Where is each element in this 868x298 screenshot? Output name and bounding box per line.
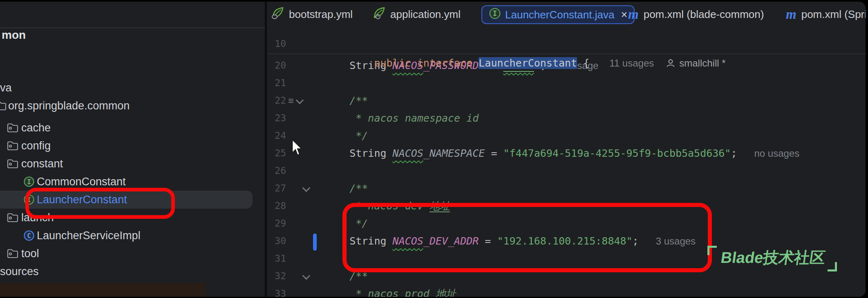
folder-icon (7, 123, 18, 133)
watermark: Blade技术社区 (707, 244, 837, 271)
mouse-cursor (291, 140, 304, 158)
tree-item-package[interactable]: org.springblade.common (0, 97, 265, 115)
annotation-red-box-tree (25, 188, 175, 219)
interface-name-highlight: LauncherConstant (479, 57, 577, 69)
code-line-26[interactable]: 26 (267, 162, 866, 180)
code-author-hint[interactable]: smallchill * (679, 58, 725, 69)
code-line-24[interactable]: 24 */ (267, 127, 866, 145)
tab-label: pom.xml (Spri (801, 8, 866, 21)
tree-item-resources-partial[interactable]: sources (0, 262, 265, 280)
code-line-25[interactable]: 25 String NACOS_NAMESPACE = "f447a694-51… (267, 145, 866, 162)
sticky-line-declaration[interactable]: 10 public interface LauncherConstant { 1… (267, 34, 866, 54)
panel-top-divider (0, 27, 265, 28)
svg-text:I: I (493, 9, 497, 18)
folder-icon (7, 249, 18, 258)
tab-application-yml[interactable]: application.yml (372, 2, 461, 27)
usages-hint[interactable]: no usages (754, 148, 799, 159)
usages-hint[interactable]: 11 usages (609, 58, 654, 69)
line-number: 22 (267, 92, 286, 109)
tab-pom-blade-common[interactable]: m pom.xml (blade-common) (628, 2, 764, 27)
tree-item-launcher-service-impl[interactable]: C LauncherServiceImpl (0, 227, 265, 245)
line-number: 23 (267, 109, 286, 127)
annotation-red-box-editor (342, 203, 712, 272)
tab-bootstrap-yml[interactable]: bootstrap.yml (271, 2, 353, 27)
folder-icon (7, 213, 18, 222)
line-number: 25 (267, 145, 286, 162)
line-number: 31 (267, 250, 286, 267)
tab-label: bootstrap.yml (289, 8, 353, 21)
line-number: 29 (267, 215, 286, 232)
tab-label: LauncherConstant.java (505, 9, 614, 21)
line-number: 24 (267, 127, 286, 145)
maven-icon: m (628, 8, 639, 21)
interface-icon: I (489, 7, 501, 22)
tree-item-constant[interactable]: constant (0, 155, 265, 173)
line-number: 28 (267, 197, 286, 215)
fold-chevron-icon[interactable] (303, 267, 309, 285)
fold-chevron-icon[interactable] (303, 180, 309, 197)
author-person-icon (666, 58, 675, 70)
svg-text:I: I (27, 178, 31, 186)
code-line-23[interactable]: 23 * nacos namespace id (267, 109, 866, 127)
line-number: 21 (267, 74, 286, 92)
line-number: 10 (267, 34, 286, 53)
folder-icon (7, 159, 18, 169)
render-doc-icon[interactable]: ≡ (288, 92, 302, 109)
tree-item-config[interactable]: config (0, 137, 265, 155)
watermark-close-bracket (828, 262, 837, 271)
ide-window: mon va org.springblade.common cache conf… (0, 2, 866, 297)
spring-leaf-icon (271, 7, 284, 22)
project-tree-panel: mon va org.springblade.common cache conf… (0, 2, 265, 297)
class-icon: C (23, 230, 35, 241)
code-line-22[interactable]: 22 ≡ /** (267, 92, 866, 109)
line-number: 33 (267, 285, 286, 297)
close-icon[interactable]: × (621, 9, 627, 21)
line-number: 30 (267, 232, 286, 250)
project-root-label: mon (2, 29, 26, 42)
code-line-33[interactable]: 33 * nacos prod 地址 (267, 285, 866, 297)
code-line-27[interactable]: 27 /** (267, 180, 866, 197)
tree-item-java-partial[interactable]: va (0, 79, 265, 97)
tab-launcher-constant-java[interactable]: I LauncherConstant.java × (481, 5, 635, 24)
tab-label: pom.xml (blade-common) (644, 8, 764, 21)
line-number: 20 (267, 57, 286, 74)
maven-icon: m (786, 8, 796, 21)
line-number: 26 (267, 162, 286, 180)
svg-text:C: C (27, 232, 31, 240)
interface-icon: I (23, 176, 35, 187)
tab-label: application.yml (390, 8, 461, 21)
tab-pom-spring[interactable]: m pom.xml (Spri (786, 2, 866, 27)
editor-tab-bar: bootstrap.yml application.yml I Launcher… (267, 2, 866, 27)
folder-icon (7, 141, 18, 151)
spring-leaf-icon (372, 7, 385, 22)
editor-area: bootstrap.yml application.yml I Launcher… (267, 2, 866, 297)
bottom-strip (0, 283, 205, 297)
watermark-open-bracket (707, 246, 717, 255)
keyword: public interface (374, 57, 479, 69)
tree-item-tool[interactable]: tool (0, 245, 265, 262)
changed-lines-marker[interactable] (313, 234, 317, 251)
line-number: 32 (267, 267, 286, 285)
package-icon (0, 101, 7, 111)
line-number: 27 (267, 180, 286, 197)
tree-item-cache[interactable]: cache (0, 119, 265, 137)
